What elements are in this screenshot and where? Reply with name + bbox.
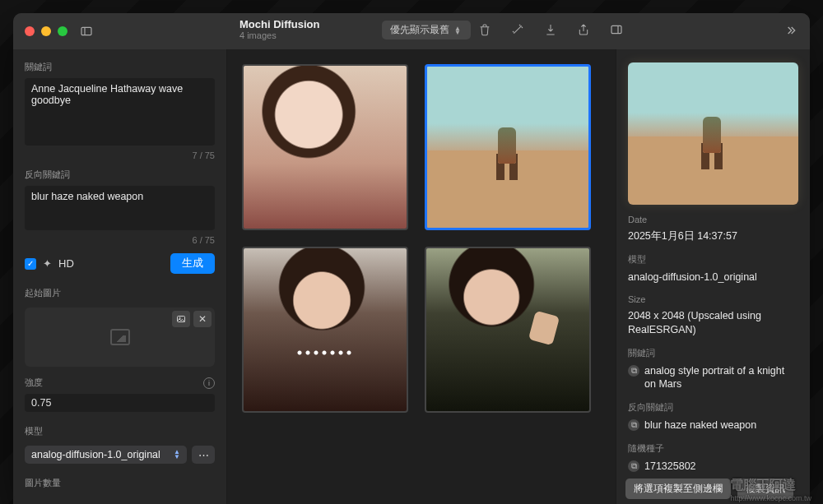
info-icon[interactable]: i <box>203 377 215 389</box>
inspector-toggle-icon[interactable] <box>606 21 627 39</box>
watermark: 電腦王阿達 http://www.kocpc.com.tw <box>730 477 811 502</box>
traffic-lights <box>25 26 67 36</box>
meta-seed-value: 171325802 <box>644 460 696 474</box>
app-window: Mochi Diffusion 4 images 優先顯示最舊 ▲▼ 關鍵詞 7… <box>13 13 810 504</box>
chevron-updown-icon: ▲▼ <box>454 26 463 35</box>
svg-rect-2 <box>611 25 621 33</box>
choose-image-button[interactable] <box>172 311 190 327</box>
trash-icon[interactable] <box>474 21 495 39</box>
image-count: 4 images <box>239 30 320 40</box>
gallery-thumb-selected[interactable] <box>425 64 591 230</box>
meta-date-value: 2025年1月6日 14:37:57 <box>628 229 798 243</box>
copy-icon[interactable]: ⧉ <box>628 419 639 431</box>
model-more-button[interactable]: ⋯ <box>192 446 215 464</box>
meta-neg-label: 反向關鍵詞 <box>628 401 798 414</box>
meta-model-label: 模型 <box>628 253 798 266</box>
sort-label: 優先顯示最舊 <box>390 23 449 37</box>
maximize-button[interactable] <box>58 26 67 36</box>
meta-size-label: Size <box>628 294 798 304</box>
image-count-label: 圖片數量 <box>25 477 215 489</box>
share-icon[interactable] <box>573 21 594 39</box>
copy-icon[interactable]: ⧉ <box>628 460 639 472</box>
init-image-label: 起始圖片 <box>25 287 215 299</box>
sidebar: 關鍵詞 7 / 75 反向關鍵詞 6 / 75 ✓ ✦ HD 生成 起始圖片 ✕ <box>13 49 227 504</box>
prompt-label: 關鍵詞 <box>25 61 215 73</box>
sparkle-icon: ✦ <box>43 257 52 270</box>
minimize-button[interactable] <box>41 26 51 36</box>
neg-prompt-count: 6 / 75 <box>25 235 215 245</box>
strength-value[interactable]: 0.75 <box>25 394 215 412</box>
model-select-value: analog-diffusion-1.0_original <box>31 449 160 460</box>
image-placeholder-icon <box>110 329 130 345</box>
save-icon[interactable] <box>540 21 561 39</box>
meta-model-value: analog-diffusion-1.0_original <box>628 270 798 284</box>
copy-to-sidebar-button[interactable]: 將選項複製至側邊欄 <box>625 479 731 499</box>
gallery-thumb[interactable] <box>242 247 408 413</box>
copy-icon[interactable]: ⧉ <box>628 365 639 377</box>
window-title: Mochi Diffusion 4 images <box>239 18 320 40</box>
chevron-updown-icon: ▲▼ <box>174 450 180 460</box>
inspector-preview[interactable] <box>628 62 798 205</box>
hd-checkbox[interactable]: ✓ <box>25 258 36 270</box>
svg-rect-0 <box>81 27 91 35</box>
gallery-thumb[interactable] <box>242 64 408 230</box>
model-label: 模型 <box>25 425 215 437</box>
gallery-thumb[interactable] <box>425 247 591 413</box>
wand-icon[interactable] <box>507 21 528 39</box>
neg-prompt-input[interactable] <box>25 186 215 230</box>
inspector: Date 2025年1月6日 14:37:57 模型 analog-diffus… <box>616 49 810 504</box>
prompt-count: 7 / 75 <box>25 150 215 160</box>
model-select[interactable]: analog-diffusion-1.0_original ▲▼ <box>25 446 187 464</box>
sidebar-toggle-icon[interactable] <box>76 22 97 40</box>
meta-size-value: 2048 x 2048 (Upscaled using RealESRGAN) <box>628 309 798 337</box>
prompt-input[interactable] <box>25 78 215 146</box>
meta-neg-value: blur haze naked weapon <box>644 418 756 432</box>
titlebar: Mochi Diffusion 4 images 優先顯示最舊 ▲▼ <box>13 13 810 49</box>
close-button[interactable] <box>25 26 35 36</box>
clear-image-button[interactable]: ✕ <box>193 311 212 327</box>
meta-seed-label: 隨機種子 <box>628 442 798 455</box>
strength-label: 強度 <box>25 377 43 389</box>
chevrons-right-icon[interactable] <box>783 24 798 39</box>
meta-date-label: Date <box>628 215 798 224</box>
meta-prompt-value: analog style portrait of a knight on Mar… <box>644 364 798 392</box>
hd-label: HD <box>58 257 74 270</box>
init-image-slot[interactable]: ✕ <box>25 307 215 367</box>
meta-prompt-label: 關鍵詞 <box>628 347 798 359</box>
app-title: Mochi Diffusion <box>239 18 320 30</box>
sort-dropdown[interactable]: 優先顯示最舊 ▲▼ <box>382 21 471 39</box>
gallery <box>227 49 616 504</box>
neg-prompt-label: 反向關鍵詞 <box>25 169 215 181</box>
generate-button[interactable]: 生成 <box>170 253 215 274</box>
